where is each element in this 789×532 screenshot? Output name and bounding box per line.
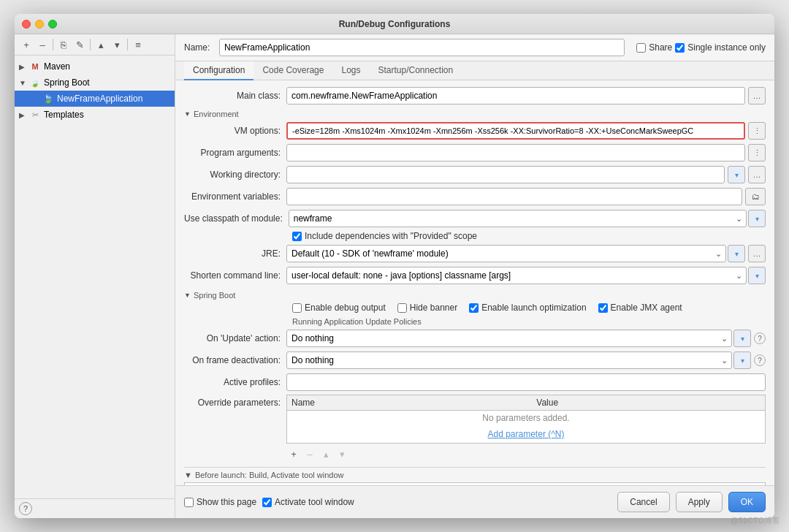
maximize-button[interactable] <box>48 20 57 28</box>
working-dir-input[interactable] <box>286 166 725 183</box>
enable-launch-label[interactable]: Enable launch optimization <box>469 303 586 313</box>
sidebar-item-spring-boot[interactable]: ▼ 🍃 Spring Boot <box>15 75 175 91</box>
override-move-down-button[interactable]: ▾ <box>335 446 349 461</box>
active-profiles-row: Active profiles: <box>184 373 766 392</box>
move-down-button[interactable]: ▾ <box>110 37 124 52</box>
enable-debug-label[interactable]: Enable debug output <box>292 303 386 313</box>
classpath-select[interactable]: newframe <box>289 210 747 227</box>
include-deps-checkbox[interactable] <box>292 232 302 241</box>
sidebar-item-maven[interactable]: ▶ M Maven <box>15 58 175 75</box>
shorten-cmd-dropdown-button[interactable]: ▾ <box>748 267 766 284</box>
hide-banner-checkbox[interactable] <box>397 303 407 313</box>
activate-tool-label[interactable]: Activate tool window <box>262 497 354 507</box>
remove-config-button[interactable]: – <box>35 37 50 52</box>
on-frame-dropdown-button[interactable]: ▾ <box>733 352 751 369</box>
include-deps-label[interactable]: Include dependencies with "Provided" sco… <box>292 231 477 241</box>
override-move-up-button[interactable]: ▴ <box>319 446 333 461</box>
working-dir-dropdown-button[interactable]: ▾ <box>728 166 745 183</box>
minimize-button[interactable] <box>35 20 44 28</box>
config-content: Main class: … ▼ Environment VM options: <box>175 80 774 485</box>
on-update-label: On 'Update' action: <box>184 333 286 343</box>
cancel-button[interactable]: Cancel <box>617 492 669 512</box>
on-frame-select[interactable]: Do nothing <box>286 352 732 369</box>
sidebar-item-newframe[interactable]: 🍃 NewFrameApplication <box>15 91 175 107</box>
shorten-cmd-select-wrapper: user-local default: none - java [options… <box>286 267 747 284</box>
program-args-input[interactable] <box>286 144 745 162</box>
jre-select-wrapper: Default (10 - SDK of 'newframe' module) <box>286 245 726 262</box>
shorten-cmd-row: Shorten command line: user-local default… <box>184 266 766 285</box>
apply-button[interactable]: Apply <box>676 492 723 512</box>
env-vars-input[interactable] <box>286 188 742 205</box>
name-input[interactable] <box>219 39 625 56</box>
add-config-button[interactable]: + <box>19 37 34 52</box>
templates-label: Templates <box>44 110 84 120</box>
sidebar-item-templates[interactable]: ▶ ✂ Templates <box>15 107 175 123</box>
override-params-table: Name Value No parameters added. <box>286 395 766 444</box>
ok-button[interactable]: OK <box>728 492 766 512</box>
env-vars-edit-button[interactable]: 🗂 <box>745 188 766 205</box>
working-dir-row: Working directory: ▾ … <box>184 165 766 184</box>
share-label[interactable]: Share <box>636 42 672 53</box>
edit-config-button[interactable]: ✎ <box>72 37 87 52</box>
toolbar-separator <box>53 39 53 50</box>
vm-options-expand-button[interactable]: ⋮ <box>748 122 766 140</box>
jre-row: JRE: Default (10 - SDK of 'newframe' mod… <box>184 244 766 263</box>
enable-jmx-label[interactable]: Enable JMX agent <box>598 303 682 313</box>
on-frame-select-wrapper: Do nothing <box>286 352 732 369</box>
add-param-link[interactable]: Add parameter (^N) <box>291 428 761 441</box>
tab-code-coverage[interactable]: Code Coverage <box>254 61 332 80</box>
show-page-label[interactable]: Show this page <box>184 497 256 507</box>
on-update-select[interactable]: Do nothing <box>286 330 732 347</box>
tab-logs[interactable]: Logs <box>332 61 369 80</box>
jre-browse-button[interactable]: … <box>748 245 766 262</box>
name-label: Name: <box>184 42 213 53</box>
vm-options-input[interactable] <box>286 122 745 140</box>
sidebar-toolbar: + – ⎘ ✎ ▴ ▾ ≡ <box>15 34 175 56</box>
program-args-expand-button[interactable]: ⋮ <box>748 144 766 162</box>
override-value-header: Value <box>532 395 765 411</box>
single-instance-label[interactable]: Single instance only <box>675 42 766 53</box>
override-add-button[interactable]: + <box>286 446 301 461</box>
enable-jmx-checkbox[interactable] <box>598 303 608 313</box>
springboot-section-header: ▼ Spring Boot <box>184 291 766 300</box>
add-param-row: Add parameter (^N) <box>287 425 766 444</box>
shorten-cmd-select[interactable]: user-local default: none - java [options… <box>286 267 747 284</box>
activate-tool-checkbox[interactable] <box>262 498 272 507</box>
on-frame-help-button[interactable]: ? <box>754 354 766 366</box>
override-remove-button[interactable]: – <box>302 446 317 461</box>
enable-debug-checkbox[interactable] <box>292 303 302 313</box>
tab-configuration[interactable]: Configuration <box>184 61 254 80</box>
working-dir-browse-button[interactable]: … <box>748 166 766 183</box>
close-button[interactable] <box>22 20 31 28</box>
on-update-dropdown-button[interactable]: ▾ <box>733 330 751 347</box>
copy-config-button[interactable]: ⎘ <box>56 37 71 52</box>
jre-dropdown-button[interactable]: ▾ <box>728 245 745 262</box>
jre-value: Default (10 - SDK of 'newframe' module) … <box>286 245 766 262</box>
no-params-text: No parameters added. <box>287 411 766 426</box>
springboot-label: Spring Boot <box>194 291 235 300</box>
single-instance-checkbox[interactable] <box>675 43 685 53</box>
tab-startup-connection[interactable]: Startup/Connection <box>369 61 462 80</box>
enable-launch-checkbox[interactable] <box>469 303 479 313</box>
dialog-title: Run/Debug Configurations <box>339 19 451 29</box>
main-class-browse-button[interactable]: … <box>748 87 766 104</box>
move-up-button[interactable]: ▴ <box>94 37 108 52</box>
share-checkbox[interactable] <box>636 43 646 53</box>
classpath-dropdown-button[interactable]: ▾ <box>748 210 766 227</box>
maven-label: Maven <box>44 61 70 72</box>
shorten-cmd-label: Shorten command line: <box>184 270 286 281</box>
main-area: Name: Share Single instance only Configu… <box>175 34 774 518</box>
newframe-label: NewFrameApplication <box>57 94 142 104</box>
templates-arrow: ▶ <box>19 111 28 119</box>
environment-label: Environment <box>194 110 239 118</box>
on-update-help-button[interactable]: ? <box>754 332 766 344</box>
active-profiles-input[interactable] <box>286 373 766 391</box>
show-page-checkbox[interactable] <box>184 498 194 507</box>
title-bar: Run/Debug Configurations <box>15 14 774 34</box>
main-class-input[interactable] <box>286 87 745 104</box>
jre-select[interactable]: Default (10 - SDK of 'newframe' module) <box>286 245 726 262</box>
help-button[interactable]: ? <box>19 502 32 515</box>
environment-section-header: ▼ Environment <box>184 110 766 118</box>
sort-button[interactable]: ≡ <box>131 37 145 52</box>
hide-banner-label[interactable]: Hide banner <box>397 303 457 313</box>
